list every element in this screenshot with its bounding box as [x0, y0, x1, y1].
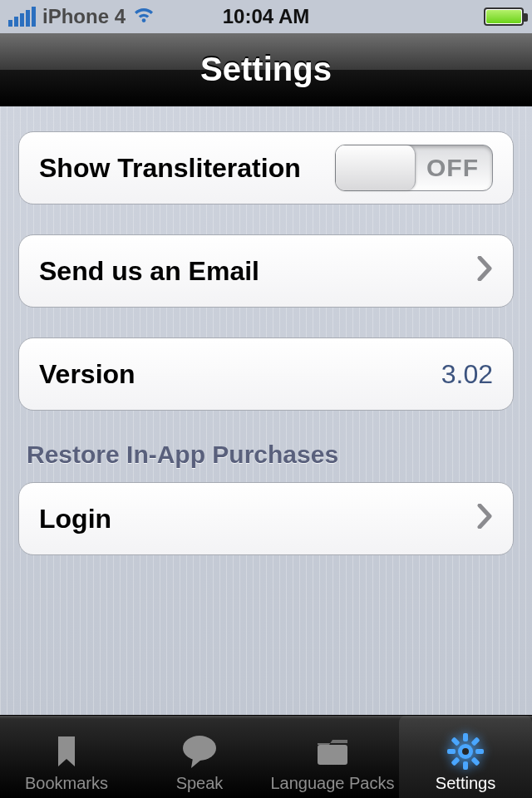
page-title: Settings	[200, 51, 332, 88]
tab-speak[interactable]: Speak	[133, 716, 266, 798]
gear-icon	[445, 731, 486, 772]
tab-language-packs[interactable]: Language Packs	[266, 716, 399, 798]
bookmark-icon	[46, 731, 87, 772]
signal-icon	[8, 7, 36, 27]
tab-speak-label: Speak	[176, 774, 224, 793]
svg-rect-9	[451, 736, 460, 746]
section-restore-header: Restore In-App Purchases	[27, 441, 514, 469]
transliteration-toggle[interactable]: OFF	[335, 145, 493, 191]
tab-settings-label: Settings	[436, 774, 495, 793]
transliteration-label: Show Transliteration	[39, 153, 301, 184]
wifi-icon	[132, 4, 155, 30]
toggle-state-label: OFF	[426, 154, 479, 182]
carrier-label: iPhone 4	[42, 5, 126, 28]
svg-rect-7	[470, 736, 480, 746]
chevron-right-icon	[476, 255, 493, 288]
speech-bubble-icon	[179, 731, 220, 772]
version-value: 3.02	[441, 359, 493, 390]
svg-point-11	[462, 748, 469, 755]
content-area: Show Transliteration OFF Send us an Emai…	[0, 106, 532, 715]
chevron-right-icon	[476, 503, 493, 535]
tab-language-label: Language Packs	[270, 774, 394, 793]
row-email[interactable]: Send us an Email	[18, 234, 514, 308]
folder-icon	[312, 731, 353, 772]
svg-point-0	[183, 736, 216, 761]
clock-label: 10:04 AM	[223, 5, 309, 28]
status-bar: iPhone 4 10:04 AM	[0, 0, 532, 33]
tab-settings[interactable]: Settings	[399, 716, 532, 798]
battery-icon	[484, 7, 524, 26]
svg-rect-10	[470, 756, 480, 766]
row-login[interactable]: Login	[18, 482, 514, 555]
tab-bookmarks[interactable]: Bookmarks	[0, 716, 133, 798]
nav-bar: Settings	[0, 33, 532, 106]
toggle-knob	[336, 145, 416, 190]
email-label: Send us an Email	[39, 256, 259, 287]
login-label: Login	[39, 504, 111, 534]
row-transliteration: Show Transliteration OFF	[18, 131, 514, 204]
svg-rect-5	[447, 749, 456, 754]
tab-bookmarks-label: Bookmarks	[25, 774, 108, 793]
svg-rect-1	[318, 745, 347, 765]
row-version: Version 3.02	[18, 337, 514, 411]
svg-rect-8	[451, 756, 460, 766]
version-label: Version	[39, 359, 135, 390]
svg-rect-3	[463, 733, 468, 741]
tab-bar: Bookmarks Speak Language Packs	[0, 715, 532, 798]
svg-rect-6	[475, 749, 484, 754]
svg-rect-4	[463, 761, 468, 770]
